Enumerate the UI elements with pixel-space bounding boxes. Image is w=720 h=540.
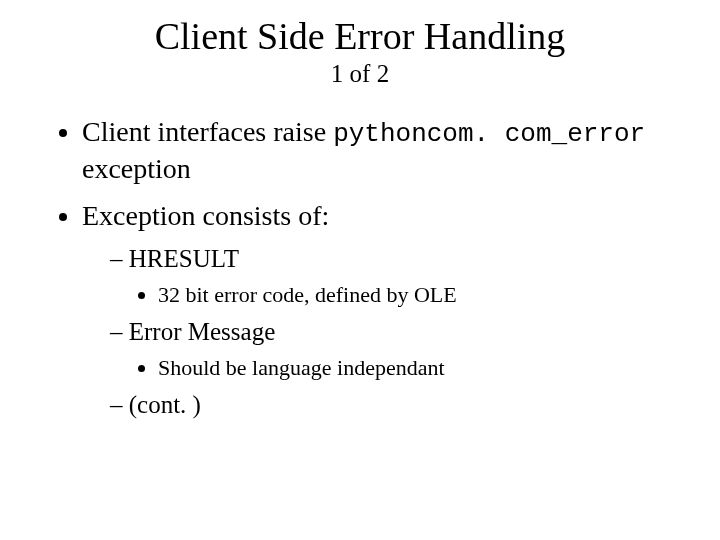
sub-3-text: (cont. ) [129,391,201,418]
slide: Client Side Error Handling 1 of 2 Client… [0,0,720,453]
sub-2-text: Error Message [129,318,275,345]
sub-item-2: Error Message Should be language indepen… [110,316,680,383]
slide-title: Client Side Error Handling [40,14,680,58]
bullet-1-prefix: Client interfaces raise [82,116,333,147]
sub-item-1: HRESULT 32 bit error code, defined by OL… [110,243,680,310]
sub-list: HRESULT 32 bit error code, defined by OL… [82,243,680,422]
detail-2: Should be language independant [158,354,680,383]
bullet-list: Client interfaces raise pythoncom. com_e… [40,114,680,421]
slide-subtitle: 1 of 2 [40,60,680,88]
sub-1-text: HRESULT [129,245,239,272]
bullet-1-suffix: exception [82,153,191,184]
bullet-1-code: pythoncom. com_error [333,119,645,149]
bullet-2-text: Exception consists of: [82,200,329,231]
detail-1: 32 bit error code, defined by OLE [158,281,680,310]
bullet-item-2: Exception consists of: HRESULT 32 bit er… [82,198,680,422]
bullet-item-1: Client interfaces raise pythoncom. com_e… [82,114,680,186]
detail-list-2: Should be language independant [110,354,680,383]
sub-item-3: (cont. ) [110,389,680,422]
detail-list-1: 32 bit error code, defined by OLE [110,281,680,310]
